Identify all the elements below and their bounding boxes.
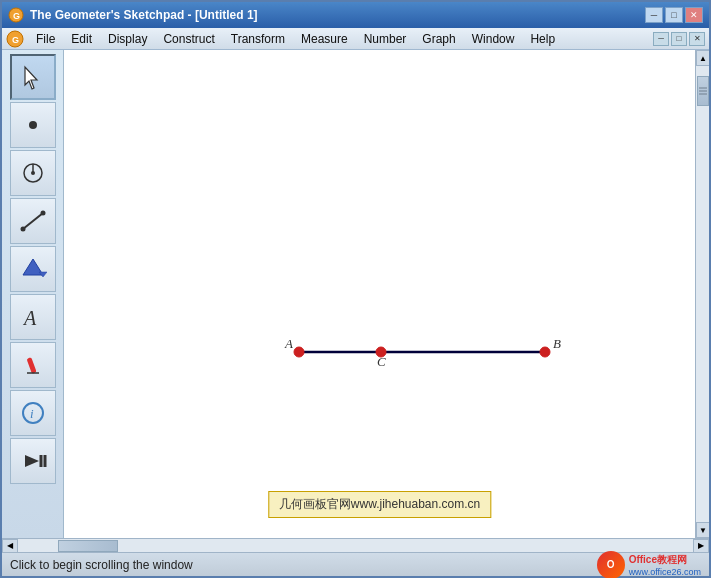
svg-text:G: G [13,11,20,21]
window-title: The Geometer's Sketchpad - [Untitled 1] [30,8,645,22]
svg-text:i: i [30,406,34,421]
main-window: G The Geometer's Sketchpad - [Untitled 1… [0,0,711,578]
scroll-up-arrow[interactable]: ▲ [696,50,709,66]
status-bar: Click to begin scrolling the window O Of… [2,552,709,576]
menu-app-icon: G [6,30,24,48]
point-tool-button[interactable] [10,102,56,148]
watermark-text: 几何画板官网www.jihehuaban.com.cn [279,497,480,511]
logo-url: www.office26.com [629,567,701,577]
scroll-down-arrow[interactable]: ▼ [696,522,709,538]
polygon-tool-button[interactable] [10,246,56,292]
scroll-track-right[interactable] [696,66,709,522]
hscroll-track[interactable] [18,539,693,553]
hscroll-thumb[interactable] [58,540,118,552]
grip-line [699,88,707,89]
menu-help[interactable]: Help [522,30,563,48]
app-icon: G [8,7,24,23]
minimize-button[interactable]: ─ [645,7,663,23]
svg-text:G: G [12,35,19,45]
grip-line [699,94,707,95]
logo-icon: O [597,551,625,579]
svg-text:A: A [284,336,293,351]
mdi-close[interactable]: ✕ [689,32,705,46]
drawing-svg: A C B [64,50,695,538]
svg-rect-15 [26,357,36,374]
mdi-restore[interactable]: □ [671,32,687,46]
svg-text:C: C [377,354,386,369]
menu-construct[interactable]: Construct [155,30,222,48]
status-text: Click to begin scrolling the window [10,558,597,572]
menu-edit[interactable]: Edit [63,30,100,48]
svg-marker-4 [25,67,37,89]
menu-number[interactable]: Number [356,30,415,48]
compass-tool-button[interactable] [10,150,56,196]
maximize-button[interactable]: □ [665,7,683,23]
info-tool-button[interactable]: i [10,390,56,436]
marker-tool-button[interactable] [10,342,56,388]
logo-name: Office教程网 [629,553,701,567]
close-button[interactable]: ✕ [685,7,703,23]
logo-text: Office教程网 www.office26.com [629,553,701,577]
svg-text:B: B [553,336,561,351]
select-tool-button[interactable] [10,54,56,100]
mdi-controls: ─ □ ✕ [653,32,705,46]
line-tool-button[interactable] [10,198,56,244]
svg-point-23 [294,347,304,357]
right-scrollbar: ▲ ▼ [695,50,709,538]
watermark-banner: 几何画板官网www.jihehuaban.com.cn [268,491,491,518]
menu-file[interactable]: File [28,30,63,48]
svg-point-5 [29,121,37,129]
office-logo: O Office教程网 www.office26.com [597,551,701,579]
text-tool-button[interactable]: A [10,294,56,340]
custom-tool-button[interactable] [10,438,56,484]
scroll-thumb-right[interactable] [697,76,709,106]
menu-display[interactable]: Display [100,30,155,48]
scroll-left-arrow[interactable]: ◀ [2,539,18,553]
toolbar: A i [2,50,64,538]
svg-marker-19 [25,455,39,467]
mdi-minimize[interactable]: ─ [653,32,669,46]
window-controls: ─ □ ✕ [645,7,703,23]
canvas-area[interactable]: A C B 几何画板官网www.jihehuaban.com.cn [64,50,695,538]
svg-text:A: A [22,307,37,329]
svg-line-9 [23,213,43,229]
menu-graph[interactable]: Graph [414,30,463,48]
svg-point-25 [540,347,550,357]
svg-point-11 [40,211,45,216]
menu-measure[interactable]: Measure [293,30,356,48]
menu-bar: G File Edit Display Construct Transform … [2,28,709,50]
svg-point-10 [20,227,25,232]
menu-window[interactable]: Window [464,30,523,48]
title-bar: G The Geometer's Sketchpad - [Untitled 1… [2,2,709,28]
grip-line [699,91,707,92]
menu-transform[interactable]: Transform [223,30,293,48]
main-area: A i [2,50,709,538]
